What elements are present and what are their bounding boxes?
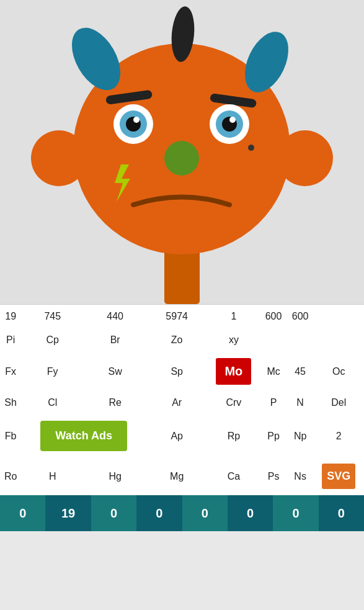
table-row: Ro H Hg Mg Ca Ps Ns SVG bbox=[0, 457, 364, 495]
cell-19: 19 bbox=[0, 305, 21, 328]
cell-745: 745 bbox=[21, 305, 84, 328]
cell-fx: Fx bbox=[0, 352, 21, 391]
cell-oc: Oc bbox=[314, 352, 364, 391]
cell-mo[interactable]: Mo bbox=[207, 352, 260, 391]
cell-crv: Crv bbox=[207, 391, 260, 415]
cell-sw: Sw bbox=[84, 352, 146, 391]
table-row: 19 745 440 5974 1 600 600 bbox=[0, 305, 364, 328]
cell-cp: Cp bbox=[21, 328, 84, 352]
cell-1: 1 bbox=[207, 305, 260, 328]
cell-440: 440 bbox=[84, 305, 146, 328]
cell-p: P bbox=[260, 391, 287, 415]
cell-del: Del bbox=[314, 391, 364, 415]
cell-600b: 600 bbox=[287, 305, 314, 328]
score-bar-cell-6: 0 bbox=[273, 495, 318, 531]
cell-sh: Sh bbox=[0, 391, 21, 415]
cell-cl: Cl bbox=[21, 391, 84, 415]
cell-fb: Fb bbox=[0, 415, 21, 457]
cell-ps: Ps bbox=[260, 457, 287, 495]
score-bar-cell-1: 19 bbox=[45, 495, 91, 531]
score-bar-cell-2: 0 bbox=[91, 495, 136, 531]
score-bar-cell-4: 0 bbox=[182, 495, 228, 531]
cell-2: 2 bbox=[314, 415, 364, 457]
cell-600a: 600 bbox=[260, 305, 287, 328]
cell-n: N bbox=[287, 391, 314, 415]
svg-point-13 bbox=[133, 117, 140, 123]
cell-re: Re bbox=[84, 391, 146, 415]
cell-xy: xy bbox=[207, 328, 260, 352]
score-bar: 0 19 0 0 0 0 0 0 bbox=[0, 495, 364, 531]
cell-hg: Hg bbox=[84, 457, 146, 495]
cell-watch-ads[interactable]: Watch Ads bbox=[21, 415, 146, 457]
score-bar-cell-3: 0 bbox=[136, 495, 182, 531]
cell-mc: Mc bbox=[260, 352, 287, 391]
score-bar-cell-5: 0 bbox=[228, 495, 273, 531]
cell-svg[interactable]: SVG bbox=[314, 457, 364, 495]
cell-fy: Fy bbox=[21, 352, 84, 391]
cell-ar: Ar bbox=[146, 391, 207, 415]
table-row: Fx Fy Sw Sp Mo Mc 45 Oc bbox=[0, 352, 364, 391]
cell-sp: Sp bbox=[146, 352, 207, 391]
cell-empty2 bbox=[287, 328, 314, 352]
character-area bbox=[0, 0, 364, 304]
table-row: Sh Cl Re Ar Crv P N Del bbox=[0, 391, 364, 415]
table-row: Pi Cp Br Zo xy bbox=[0, 328, 364, 352]
svg-point-19 bbox=[248, 145, 254, 151]
score-bar-cell-0: 0 bbox=[0, 495, 45, 531]
cell-ns: Ns bbox=[287, 457, 314, 495]
cell-ca: Ca bbox=[207, 457, 260, 495]
cell-np: Np bbox=[287, 415, 314, 457]
watch-ads-button[interactable]: Watch Ads bbox=[40, 421, 127, 451]
cell-ap: Ap bbox=[146, 415, 207, 457]
svg-point-18 bbox=[164, 141, 199, 176]
table-row: Fb Watch Ads Ap Rp Pp Np 2 bbox=[0, 415, 364, 457]
cell-ro: Ro bbox=[0, 457, 21, 495]
cell-br: Br bbox=[84, 328, 146, 352]
cell-pp: Pp bbox=[260, 415, 287, 457]
svg-point-17 bbox=[229, 117, 236, 123]
cell-h: H bbox=[21, 457, 84, 495]
cell-pi: Pi bbox=[0, 328, 21, 352]
cell-zo: Zo bbox=[146, 328, 207, 352]
cell-empty1 bbox=[260, 328, 287, 352]
cell-mg: Mg bbox=[146, 457, 207, 495]
score-bar-cell-7: 0 bbox=[319, 495, 364, 531]
cell-rp: Rp bbox=[207, 415, 260, 457]
grid-area: 19 745 440 5974 1 600 600 Pi Cp Br Zo xy… bbox=[0, 304, 364, 495]
score-display: 5974 bbox=[146, 305, 207, 328]
cell-45: 45 bbox=[287, 352, 314, 391]
